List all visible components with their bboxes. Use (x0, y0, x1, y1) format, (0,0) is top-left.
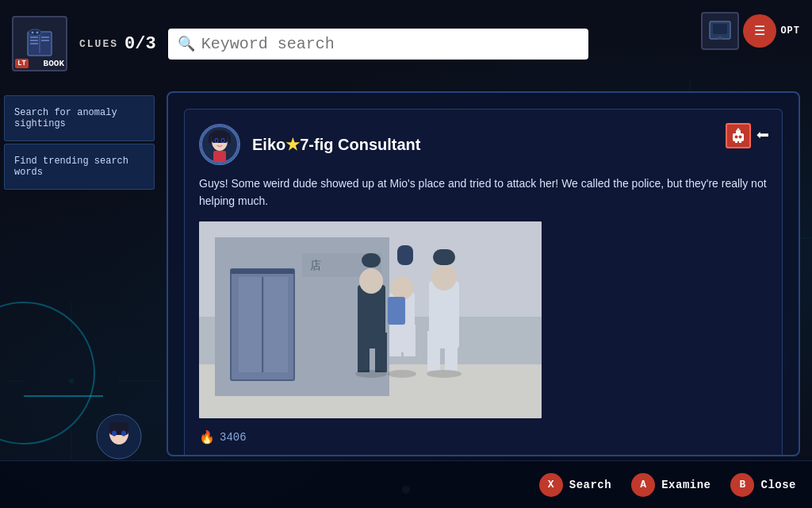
svg-rect-27 (213, 130, 226, 137)
options-area: ☰ OPT (701, 12, 800, 50)
post-text: Guys! Some weird dude showed up at Mio's… (199, 175, 768, 210)
examine-action-btn[interactable]: A Examine (631, 473, 710, 497)
fire-icon: 🔥 (199, 429, 215, 445)
star-char: ★ (285, 136, 300, 153)
svg-point-16 (29, 29, 41, 36)
svg-rect-22 (713, 24, 727, 34)
search-badge: X (539, 473, 563, 497)
book-icon-wrap: LT BOOK (12, 16, 67, 71)
svg-point-23 (718, 37, 722, 40)
search-badge-label: X (548, 479, 554, 491)
close-action-btn[interactable]: B Close (730, 473, 796, 497)
hamburger-icon: ☰ (754, 23, 765, 39)
examine-btn-label: Examine (661, 479, 710, 491)
svg-rect-32 (213, 151, 226, 162)
search-bar[interactable]: 🔍 (168, 29, 588, 60)
clues-count: 0/3 (124, 34, 156, 54)
svg-point-30 (216, 140, 217, 142)
main-content: Eiko★7-fig Consultant Guys! Some weird d… (167, 91, 800, 456)
svg-point-67 (735, 136, 738, 139)
avatar (199, 124, 240, 165)
robot-icon (730, 128, 746, 144)
username: Eiko★7-fig Consultant (252, 135, 420, 154)
clues-counter: CLUES 0/3 (79, 34, 156, 54)
username-suffix: 7-fig Consultant (300, 136, 420, 153)
book-icon (24, 28, 56, 60)
sidebar-item-anomaly-label: Search for anomaly sightings (14, 107, 117, 129)
book-label: BOOK (44, 59, 64, 68)
sidebar: Search for anomaly sightings Find trendi… (0, 87, 159, 460)
examine-badge: A (631, 473, 655, 497)
svg-rect-64 (199, 221, 542, 418)
username-text: Eiko (252, 136, 285, 153)
post-header: Eiko★7-fig Consultant (199, 124, 768, 165)
svg-point-19 (32, 32, 33, 33)
post-image: 店 (199, 221, 542, 418)
opt-device-icon (701, 12, 739, 50)
cursor-arrow-icon: ⬅ (756, 122, 769, 149)
sidebar-item-trending[interactable]: Find trending search words (4, 144, 155, 190)
svg-rect-65 (733, 133, 744, 141)
options-button[interactable]: ☰ (743, 14, 776, 48)
svg-point-20 (36, 32, 38, 33)
device-icon (708, 20, 732, 42)
search-action-btn[interactable]: X Search (539, 473, 611, 497)
likes-count: 3406 (220, 431, 247, 444)
search-icon: 🔍 (178, 35, 195, 52)
bottom-bar: X Search A Examine B Close (0, 460, 812, 508)
sidebar-item-trending-label: Find trending search words (14, 156, 128, 178)
close-badge-label: B (740, 479, 746, 491)
action-icon-container: ⬅ (726, 122, 769, 149)
svg-rect-71 (735, 140, 737, 143)
robot-button[interactable] (726, 123, 751, 148)
header: LT BOOK CLUES 0/3 🔍 (0, 0, 812, 87)
book-button[interactable]: LT BOOK (12, 16, 67, 71)
post-card: Eiko★7-fig Consultant Guys! Some weird d… (184, 109, 783, 456)
close-btn-label: Close (760, 479, 796, 491)
search-input[interactable] (201, 35, 579, 53)
svg-rect-72 (739, 140, 741, 143)
clues-label: CLUES (79, 38, 118, 50)
post-scene-svg: 店 (199, 221, 542, 418)
svg-point-68 (739, 136, 742, 139)
likes-row: 🔥 3406 (199, 429, 768, 445)
opt-label: OPT (780, 25, 800, 37)
avatar-image (201, 125, 239, 164)
close-badge: B (730, 473, 754, 497)
svg-point-70 (737, 129, 740, 131)
search-btn-label: Search (569, 479, 611, 491)
lt-badge: LT (15, 59, 29, 68)
sidebar-item-anomaly[interactable]: Search for anomaly sightings (4, 95, 155, 141)
svg-point-31 (222, 140, 224, 142)
examine-badge-label: A (640, 479, 646, 491)
